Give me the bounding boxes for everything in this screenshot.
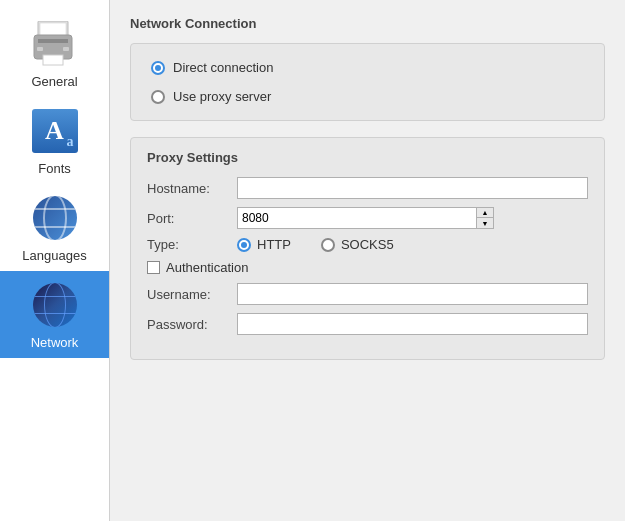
- socks5-option: SOCKS5: [321, 237, 394, 252]
- use-proxy-label[interactable]: Use proxy server: [173, 89, 271, 104]
- type-row: Type: HTTP SOCKS5: [147, 237, 588, 252]
- authentication-label[interactable]: Authentication: [166, 260, 248, 275]
- type-label: Type:: [147, 237, 237, 252]
- hostname-input[interactable]: [237, 177, 588, 199]
- sidebar-item-general-label: General: [31, 74, 77, 89]
- sidebar-item-network-label: Network: [31, 335, 79, 350]
- password-label: Password:: [147, 317, 237, 332]
- svg-rect-5: [63, 47, 69, 51]
- port-spinner: ▲ ▼: [477, 207, 494, 229]
- username-label: Username:: [147, 287, 237, 302]
- hostname-label: Hostname:: [147, 181, 237, 196]
- hostname-row: Hostname:: [147, 177, 588, 199]
- use-proxy-row: Use proxy server: [151, 89, 584, 104]
- authentication-row: Authentication: [147, 260, 588, 275]
- sidebar-item-languages[interactable]: Languages: [0, 184, 109, 271]
- port-input[interactable]: [237, 207, 477, 229]
- port-up-button[interactable]: ▲: [477, 208, 493, 218]
- svg-rect-3: [38, 39, 68, 43]
- port-label: Port:: [147, 211, 237, 226]
- general-icon: [29, 18, 81, 70]
- direct-connection-row: Direct connection: [151, 60, 584, 75]
- svg-rect-6: [43, 55, 63, 65]
- sidebar-item-languages-label: Languages: [22, 248, 86, 263]
- http-label[interactable]: HTTP: [257, 237, 291, 252]
- proxy-settings-title: Proxy Settings: [147, 150, 588, 165]
- network-icon: [29, 279, 81, 331]
- sidebar-item-fonts[interactable]: A a Fonts: [0, 97, 109, 184]
- username-row: Username:: [147, 283, 588, 305]
- sidebar-item-fonts-label: Fonts: [38, 161, 71, 176]
- sidebar: General A a Fonts Languages Network: [0, 0, 110, 521]
- http-radio[interactable]: [237, 238, 251, 252]
- type-options: HTTP SOCKS5: [237, 237, 394, 252]
- direct-connection-label[interactable]: Direct connection: [173, 60, 273, 75]
- username-input[interactable]: [237, 283, 588, 305]
- proxy-settings-box: Proxy Settings Hostname: Port: ▲ ▼ Type:…: [130, 137, 605, 360]
- direct-connection-radio[interactable]: [151, 61, 165, 75]
- languages-icon: [29, 192, 81, 244]
- port-wrapper: ▲ ▼: [237, 207, 588, 229]
- sidebar-item-network[interactable]: Network: [0, 271, 109, 358]
- password-input[interactable]: [237, 313, 588, 335]
- fonts-icon: A a: [29, 105, 81, 157]
- main-content: Network Connection Direct connection Use…: [110, 0, 625, 521]
- port-row: Port: ▲ ▼: [147, 207, 588, 229]
- sidebar-item-general[interactable]: General: [0, 10, 109, 97]
- port-down-button[interactable]: ▼: [477, 218, 493, 228]
- network-connection-title: Network Connection: [130, 16, 605, 31]
- authentication-checkbox[interactable]: [147, 261, 160, 274]
- socks5-radio[interactable]: [321, 238, 335, 252]
- socks5-label[interactable]: SOCKS5: [341, 237, 394, 252]
- http-option: HTTP: [237, 237, 291, 252]
- svg-rect-4: [37, 47, 43, 51]
- use-proxy-radio[interactable]: [151, 90, 165, 104]
- connection-box: Direct connection Use proxy server: [130, 43, 605, 121]
- password-row: Password:: [147, 313, 588, 335]
